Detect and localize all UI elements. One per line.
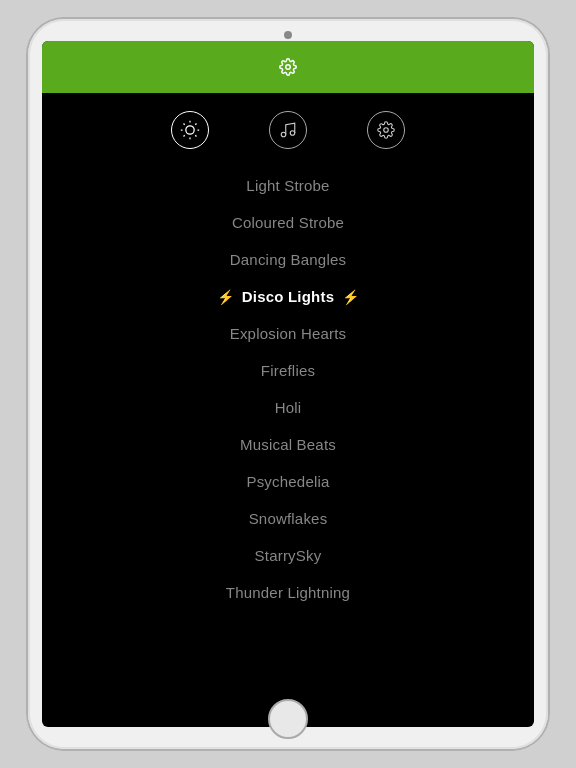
list-item-label: Dancing Bangles [230, 251, 346, 268]
brightness-icon-button[interactable] [171, 111, 209, 149]
list-item-label: Disco Lights [242, 288, 334, 305]
svg-point-10 [281, 132, 286, 137]
list-item-label: Explosion Hearts [230, 325, 347, 342]
device-camera [284, 31, 292, 39]
list-item-label: StarrySky [255, 547, 322, 564]
svg-point-1 [186, 126, 194, 134]
svg-point-0 [286, 65, 291, 70]
list-item[interactable]: Thunder Lightning [42, 574, 534, 611]
list-item-label: Musical Beats [240, 436, 336, 453]
svg-line-4 [184, 124, 185, 125]
list-item[interactable]: StarrySky [42, 537, 534, 574]
svg-line-8 [184, 135, 185, 136]
list-item-label: Fireflies [261, 362, 315, 379]
list-item[interactable]: Holi [42, 389, 534, 426]
sun-icon [180, 120, 200, 140]
list-item[interactable]: Coloured Strobe [42, 204, 534, 241]
svg-line-5 [195, 135, 196, 136]
list-item[interactable]: Fireflies [42, 352, 534, 389]
settings-icon-button[interactable] [367, 111, 405, 149]
list-item[interactable]: Snowflakes [42, 500, 534, 537]
device: Light StrobeColoured StrobeDancing Bangl… [28, 19, 548, 749]
list-item-label: Psychedelia [246, 473, 329, 490]
list-item[interactable]: Psychedelia [42, 463, 534, 500]
list-item-label: Snowflakes [249, 510, 328, 527]
music-note-icon [279, 121, 297, 139]
bolt-right-icon: ⚡ [342, 289, 359, 305]
list-item[interactable]: ⚡Disco Lights⚡ [42, 278, 534, 315]
list-item[interactable]: Musical Beats [42, 426, 534, 463]
screen: Light StrobeColoured StrobeDancing Bangl… [42, 41, 534, 727]
icon-bar [42, 93, 534, 163]
list-item[interactable]: Explosion Hearts [42, 315, 534, 352]
list-item-label: Light Strobe [246, 177, 329, 194]
svg-point-11 [290, 131, 295, 136]
list-item-label: Thunder Lightning [226, 584, 350, 601]
svg-line-9 [195, 124, 196, 125]
music-icon-button[interactable] [269, 111, 307, 149]
home-button[interactable] [268, 699, 308, 739]
list-item-label: Coloured Strobe [232, 214, 344, 231]
list-item[interactable]: Dancing Bangles [42, 241, 534, 278]
list-item[interactable]: Light Strobe [42, 167, 534, 204]
gear-small-icon [377, 121, 395, 139]
bolt-left-icon: ⚡ [217, 289, 234, 305]
svg-point-12 [384, 128, 389, 133]
effects-list: Light StrobeColoured StrobeDancing Bangl… [42, 163, 534, 727]
top-bar [42, 41, 534, 93]
settings-icon-top [279, 58, 297, 76]
list-item-label: Holi [275, 399, 302, 416]
